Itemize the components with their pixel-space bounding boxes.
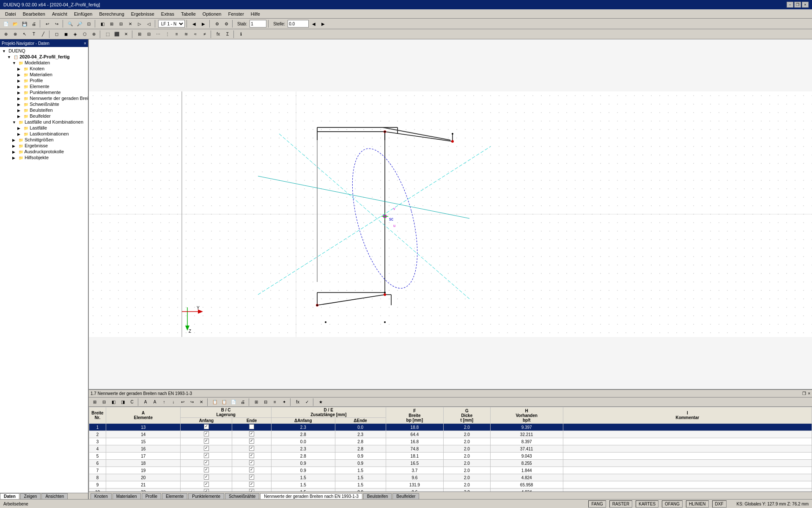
draw3[interactable]: ◈ [71,30,80,39]
tab-zeigen[interactable]: Zeigen [20,493,41,499]
bt6[interactable]: A [141,398,150,406]
status-dxf[interactable]: DXF [712,500,727,508]
minimize-button[interactable]: − [787,2,793,8]
snap-btn[interactable]: ⊕ [2,30,10,39]
tree-beulfelder[interactable]: ▶ 📁 Beulfelder [1,113,87,119]
draw2[interactable]: ◼ [62,30,70,39]
tree-materialien[interactable]: ▶ 📁 Materialien [1,72,87,77]
btab-beulfelder[interactable]: Beulfelder [392,493,419,499]
stab-input[interactable] [250,20,266,28]
viewport[interactable]: sc v u Z Y [89,39,812,389]
bottom-close-btn[interactable]: × [808,391,810,396]
checkbox[interactable] [204,475,209,480]
btab-materialien[interactable]: Materialien [112,493,141,499]
draw4[interactable]: ⬡ [80,30,89,39]
menu-optionen[interactable]: Optionen [199,11,225,17]
bt4[interactable]: ◨ [118,398,127,406]
print-btn[interactable]: 🖨 [30,19,38,28]
cell-lagerung-anfang[interactable] [181,453,232,460]
cell-lagerung-ende[interactable] [232,489,272,492]
panel-close-btn[interactable]: × [84,41,86,46]
misc4[interactable]: ⋮ [163,30,172,39]
zoom-out-btn[interactable]: 🔎 [75,19,84,28]
table-row[interactable]: 9211.51.5131.92.065.958 [89,481,812,489]
menu-bearbeiten[interactable]: Bearbeiten [19,11,49,17]
del-btn[interactable]: ✕ [122,30,130,39]
save-btn[interactable]: 💾 [20,19,29,28]
tab-daten[interactable]: Daten [0,493,19,499]
misc7[interactable]: ≈ [191,30,200,39]
cell-lagerung-anfang[interactable] [181,474,232,481]
btab-profile[interactable]: Profile [142,493,161,499]
table-row[interactable]: 8201.51.59.62.04.824 [89,474,812,481]
tool6[interactable]: ◁ [145,19,153,28]
bt21[interactable]: fx [294,398,302,406]
cell-lagerung-ende[interactable] [232,445,272,453]
bottom-restore-btn[interactable]: ❐ [802,391,806,396]
tree-lastfaelle-kombi[interactable]: ▼ 📁 Lastfälle und Kombinationen [1,119,87,125]
tool3[interactable]: ⊟ [117,19,125,28]
checkbox[interactable] [249,467,254,472]
restore-button[interactable]: ❐ [794,2,801,8]
tool4[interactable]: ✕ [126,19,134,28]
bt1[interactable]: ⊞ [91,398,99,406]
cell-lagerung-ende[interactable] [232,474,272,481]
redo-btn[interactable]: ↪ [52,19,61,28]
misc1[interactable]: ⊞ [135,30,144,39]
table-row[interactable]: 5172.80.918.12.09.043 [89,453,812,460]
close-button[interactable]: × [802,2,809,8]
zoom-in-btn[interactable]: 🔍 [66,19,74,28]
menu-ansicht[interactable]: Ansicht [49,11,71,17]
tree-punktelemente[interactable]: ▶ 📁 Punktelemente [1,89,87,95]
tab-ansichten[interactable]: Ansichten [41,493,68,499]
checkbox[interactable] [204,460,209,465]
zoom-fit-btn[interactable]: ⊡ [85,19,93,28]
checkbox[interactable] [249,439,254,444]
bt13[interactable]: 📋 [211,398,219,406]
menu-tabelle[interactable]: Tabelle [178,11,199,17]
bt3[interactable]: ◧ [109,398,118,406]
nav-prev[interactable]: ◀ [190,19,198,28]
cell-lagerung-ende[interactable] [232,431,272,438]
tool1[interactable]: ◧ [98,19,107,28]
tree-lastkombinationen[interactable]: ▶ 📁 Lastkombinationen [1,131,87,137]
bt16[interactable]: 🖨 [239,398,247,406]
checkbox[interactable] [249,424,254,429]
menu-berechnung[interactable]: Berechnung [96,11,127,17]
misc8[interactable]: ≠ [200,30,209,39]
btab-knoten[interactable]: Knoten [91,493,112,499]
menu-extras[interactable]: Extras [158,11,178,17]
menu-ergebnisse[interactable]: Ergebnisse [128,11,158,17]
bt2[interactable]: ⊟ [100,398,108,406]
checkbox[interactable] [204,453,209,458]
table-row[interactable]: 7190.91.53.72.01.844 [89,467,812,474]
cell-lagerung-ende[interactable] [232,453,272,460]
status-kartes[interactable]: KARTES [636,500,658,508]
table-row[interactable]: 4162.32.874.82.037.411 [89,445,812,453]
checkbox[interactable] [204,446,209,451]
select2[interactable]: ⬛ [112,30,121,39]
bt17[interactable]: ⊞ [252,398,261,406]
tree-beulsteifen[interactable]: ▶ 📁 Beulsteifen [1,107,87,113]
checkbox[interactable] [204,489,209,491]
btab-elemente[interactable]: Elemente [162,493,187,499]
bt12[interactable]: ✕ [197,398,206,406]
checkbox[interactable] [249,453,254,458]
status-fang[interactable]: FANG [588,500,606,508]
status-ofang[interactable]: OFANG [662,500,683,508]
draw1[interactable]: ◻ [52,30,61,39]
lf-dropdown[interactable]: LF 1 - N [158,20,185,28]
cell-lagerung-ende[interactable] [232,438,272,445]
open-btn[interactable]: 📂 [11,19,19,28]
cell-lagerung-anfang[interactable] [181,431,232,438]
table-row[interactable]: 2142.82.364.42.032.211 [89,431,812,438]
tree-root[interactable]: ▼ DUENQ [1,48,87,54]
stelle-input[interactable] [288,20,309,28]
cell-lagerung-anfang[interactable] [181,460,232,467]
undo-btn[interactable]: ↩ [43,19,52,28]
calc2[interactable]: ⚙ [222,19,230,28]
tool5[interactable]: ▷ [135,19,144,28]
status-raster[interactable]: RASTER [609,500,633,508]
tree-ausdruckprotokolle[interactable]: ▶ 📁 Ausdruckprotokolle [1,149,87,155]
checkbox[interactable] [249,446,254,451]
